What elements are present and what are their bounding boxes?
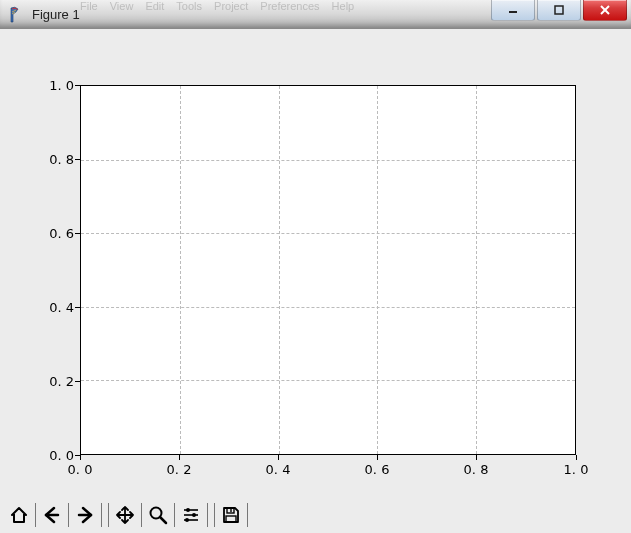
toolbar-separator — [174, 503, 175, 527]
zoom-button[interactable] — [145, 502, 171, 528]
gridline — [81, 380, 575, 381]
tickmark — [75, 85, 80, 86]
toolbar-separator — [101, 503, 102, 527]
tickmark — [75, 159, 80, 160]
toolbar-separator — [68, 503, 69, 527]
toolbar-separator — [214, 503, 215, 527]
tickmark — [278, 455, 279, 460]
svg-point-13 — [185, 518, 189, 522]
tk-feather-icon — [6, 4, 26, 24]
tickmark — [179, 455, 180, 460]
gridline — [377, 86, 378, 454]
svg-rect-15 — [226, 516, 236, 522]
tickmark — [377, 455, 378, 460]
gridline — [81, 160, 575, 161]
mpl-toolbar — [6, 500, 251, 530]
window-controls — [489, 0, 627, 21]
tickmark — [75, 233, 80, 234]
toolbar-separator — [247, 503, 248, 527]
titlebar: Figure 1 File View Edit Tools Project Pr… — [0, 0, 631, 29]
gridline — [279, 86, 280, 454]
y-tick-label: 0. 2 — [34, 374, 74, 389]
gridline — [476, 86, 477, 454]
y-tick-label: 0. 8 — [34, 152, 74, 167]
x-tick-label: 1. 0 — [564, 462, 589, 477]
y-tick-label: 0. 0 — [34, 448, 74, 463]
svg-rect-1 — [555, 6, 563, 14]
svg-point-12 — [192, 513, 196, 517]
tickmark — [576, 455, 577, 460]
svg-point-11 — [186, 508, 190, 512]
y-tick-label: 0. 4 — [34, 300, 74, 315]
x-tick-label: 0. 4 — [266, 462, 291, 477]
tickmark — [476, 455, 477, 460]
forward-button[interactable] — [72, 502, 98, 528]
configure-subplots-button[interactable] — [178, 502, 204, 528]
tickmark — [75, 455, 80, 456]
back-button[interactable] — [39, 502, 65, 528]
close-button[interactable] — [583, 0, 627, 21]
toolbar-separator — [141, 503, 142, 527]
background-menu-blur: File View Edit Tools Project Preferences… — [80, 0, 471, 14]
plot-axes — [80, 85, 576, 455]
minimize-button[interactable] — [491, 0, 535, 21]
gridline — [81, 233, 575, 234]
x-tick-label: 0. 0 — [68, 462, 93, 477]
tickmark — [75, 381, 80, 382]
toolbar-separator — [108, 503, 109, 527]
pan-button[interactable] — [112, 502, 138, 528]
gridline — [180, 86, 181, 454]
x-tick-label: 0. 8 — [464, 462, 489, 477]
x-tick-label: 0. 6 — [365, 462, 390, 477]
tickmark — [75, 307, 80, 308]
maximize-button[interactable] — [537, 0, 581, 21]
toolbar-separator — [35, 503, 36, 527]
gridline — [81, 307, 575, 308]
x-tick-label: 0. 2 — [167, 462, 192, 477]
home-button[interactable] — [6, 502, 32, 528]
save-button[interactable] — [218, 502, 244, 528]
window-title: Figure 1 — [32, 7, 80, 22]
svg-line-7 — [160, 517, 166, 523]
figure-canvas[interactable]: 0. 0 0. 2 0. 4 0. 6 0. 8 1. 0 0. 0 0. 2 … — [0, 30, 631, 495]
tickmark — [80, 455, 81, 460]
toolbar-separator — [207, 503, 208, 527]
y-tick-label: 1. 0 — [34, 78, 74, 93]
y-tick-label: 0. 6 — [34, 226, 74, 241]
